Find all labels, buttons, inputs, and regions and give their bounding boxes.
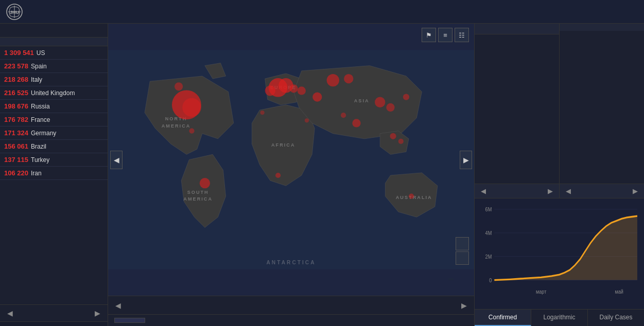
us-state-next[interactable]: ▶ xyxy=(631,186,640,196)
svg-text:JHU: JHU xyxy=(10,10,19,15)
country-name: United Kingdom xyxy=(31,89,75,97)
svg-point-26 xyxy=(275,173,281,178)
right-panels: ◀ ▶ ◀ ▶ xyxy=(474,24,644,326)
country-count: 137 115 xyxy=(4,156,28,164)
bookmark-btn[interactable]: ⚑ xyxy=(422,28,436,42)
svg-text:6M: 6M xyxy=(485,206,492,212)
svg-point-33 xyxy=(260,111,265,115)
global-deaths-prev[interactable]: ◀ xyxy=(479,186,488,196)
list-btn[interactable]: ≡ xyxy=(438,28,452,42)
country-name: Italy xyxy=(31,76,42,83)
country-list-item[interactable]: 156 061 Brazil xyxy=(0,140,108,153)
country-list-item[interactable]: 171 324 Germany xyxy=(0,126,108,140)
svg-point-24 xyxy=(312,92,322,101)
zoom-in-btn[interactable] xyxy=(456,237,469,250)
country-count: 1 309 541 xyxy=(4,49,34,57)
country-list-item[interactable]: 106 220 Iran xyxy=(0,167,108,180)
svg-text:SOUTH: SOUTH xyxy=(187,190,209,195)
svg-point-13 xyxy=(182,98,201,117)
map-footer-nav-left[interactable]: ◀ xyxy=(112,300,124,311)
country-name: Turkey xyxy=(31,156,49,164)
total-confirmed-box xyxy=(0,24,108,38)
svg-point-22 xyxy=(386,103,394,112)
svg-point-29 xyxy=(403,94,409,100)
tab-logarithmic[interactable]: Logarithmic xyxy=(531,310,588,326)
svg-point-31 xyxy=(175,82,183,90)
map-zoom xyxy=(456,237,469,265)
chart-area: 6M 4M 2M 0 март май Confirmed Logarithmi… xyxy=(475,198,644,326)
country-list-item[interactable]: 1 309 541 US xyxy=(0,46,108,60)
svg-text:0: 0 xyxy=(489,276,492,283)
country-count: 106 220 xyxy=(4,169,28,177)
map-footer-nav-right[interactable]: ▶ xyxy=(458,300,470,311)
svg-point-34 xyxy=(305,118,309,122)
country-count: 216 525 xyxy=(4,89,28,97)
svg-point-23 xyxy=(352,119,360,127)
country-name: Brazil xyxy=(31,143,46,150)
svg-point-17 xyxy=(289,84,298,93)
global-deaths-next[interactable]: ▶ xyxy=(546,186,555,196)
country-name: US xyxy=(37,49,45,57)
cases-by-country-header xyxy=(0,38,108,46)
tab-confirmed[interactable]: Confirmed xyxy=(475,310,531,326)
svg-point-25 xyxy=(200,178,210,188)
global-deaths-total xyxy=(475,28,559,34)
grid-btn[interactable]: ☷ xyxy=(455,28,469,42)
svg-text:март: март xyxy=(536,288,546,295)
country-count: 176 782 xyxy=(4,116,28,123)
svg-text:AMERICA: AMERICA xyxy=(162,123,191,129)
svg-point-21 xyxy=(375,97,385,107)
header: JHU xyxy=(0,0,644,24)
map-nav-right[interactable]: ▶ xyxy=(460,151,472,169)
svg-text:ANTARCTICA: ANTARCTICA xyxy=(266,260,316,265)
svg-text:май: май xyxy=(615,288,623,295)
country-list-item[interactable]: 216 525 United Kingdom xyxy=(0,86,108,100)
svg-point-28 xyxy=(398,139,404,144)
country-list-item[interactable]: 137 115 Turkey xyxy=(0,153,108,167)
svg-point-20 xyxy=(344,74,353,83)
jhu-logo: JHU xyxy=(6,4,23,20)
svg-text:AUSTRALIA: AUSTRALIA xyxy=(396,195,432,200)
global-deaths-panel: ◀ ▶ xyxy=(475,24,560,198)
country-list-item[interactable]: 218 268 Italy xyxy=(0,73,108,86)
map-nav-left[interactable]: ◀ xyxy=(110,151,123,169)
center-map: ANTARCTICA NORTH AMERICA SOUTH AMERICA E… xyxy=(108,24,474,326)
main-layout: 1 309 541 US 223 578 Spain 218 268 Italy… xyxy=(0,24,644,326)
svg-point-30 xyxy=(409,194,414,199)
svg-text:4M: 4M xyxy=(485,229,492,236)
map-container[interactable]: ANTARCTICA NORTH AMERICA SOUTH AMERICA E… xyxy=(108,24,474,296)
country-count: 171 324 xyxy=(4,129,28,137)
country-list-item[interactable]: 176 782 France xyxy=(0,113,108,126)
zoom-out-btn[interactable] xyxy=(456,251,469,265)
svg-text:ASIA: ASIA xyxy=(354,98,370,103)
right-top-panels: ◀ ▶ ◀ ▶ xyxy=(475,24,644,198)
country-name: France xyxy=(31,116,50,123)
svg-point-19 xyxy=(327,74,339,86)
left-sidebar: 1 309 541 US 223 578 Spain 218 268 Italy… xyxy=(0,24,108,326)
us-state-prev[interactable]: ◀ xyxy=(564,186,573,196)
country-list: 1 309 541 US 223 578 Spain 218 268 Italy… xyxy=(0,46,108,304)
country-list-item[interactable]: 223 578 Spain xyxy=(0,60,108,73)
sidebar-nav-left[interactable]: ◀ xyxy=(4,308,16,318)
us-state-nav: ◀ ▶ xyxy=(560,184,645,198)
tab-daily-cases[interactable]: Daily Cases xyxy=(588,310,644,326)
country-list-item[interactable]: 198 676 Russia xyxy=(0,100,108,113)
country-name: Germany xyxy=(31,130,56,137)
confirmed-chart: 6M 4M 2M 0 март май xyxy=(479,203,640,307)
country-name: Iran xyxy=(31,170,42,177)
info-footer xyxy=(108,314,474,326)
country-name: Russia xyxy=(31,103,50,110)
global-deaths-nav: ◀ ▶ xyxy=(475,184,559,198)
svg-point-18 xyxy=(298,86,306,95)
chart-tabs: Confirmed Logarithmic Daily Cases xyxy=(475,309,644,326)
us-state-title-line1 xyxy=(560,24,645,28)
country-count: 156 061 xyxy=(4,142,28,150)
us-state-panel: ◀ ▶ xyxy=(560,24,645,198)
sidebar-nav-right[interactable]: ▶ xyxy=(92,308,103,318)
world-map: ANTARCTICA NORTH AMERICA SOUTH AMERICA E… xyxy=(108,24,474,296)
svg-point-35 xyxy=(341,113,346,118)
global-deaths-list xyxy=(475,34,559,184)
country-count: 218 268 xyxy=(4,76,28,83)
chart-container: 6M 4M 2M 0 март май xyxy=(475,198,644,309)
country-name: Spain xyxy=(31,63,47,70)
